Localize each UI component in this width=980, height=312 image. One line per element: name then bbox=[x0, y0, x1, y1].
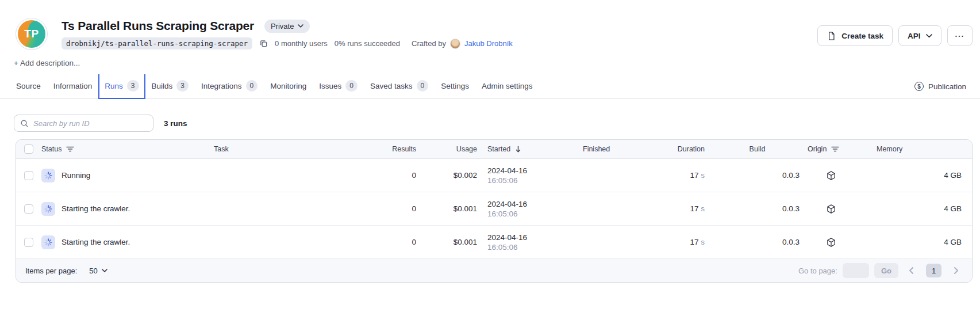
tab-bar: Source Information Runs3 Builds3 Integra… bbox=[0, 74, 980, 99]
run-duration: 17 s bbox=[669, 171, 709, 180]
run-started-date: 2024-04-16 bbox=[487, 166, 583, 175]
search-input[interactable] bbox=[33, 119, 147, 128]
run-usage: $0.002 bbox=[421, 171, 482, 180]
tab-integrations-count-badge: 0 bbox=[246, 80, 258, 92]
run-memory: 4 GB bbox=[857, 171, 972, 180]
actor-logo-initials: TP bbox=[18, 20, 45, 48]
run-status-label: Starting the crawler. bbox=[62, 204, 130, 213]
run-usage: $0.001 bbox=[421, 204, 482, 213]
document-icon bbox=[827, 31, 836, 41]
visibility-badge[interactable]: Private bbox=[264, 20, 310, 33]
column-header-origin: Origin bbox=[808, 145, 827, 153]
table-footer: Items per page: 50 Go to page: Go 1 bbox=[16, 259, 972, 282]
running-spinner-icon bbox=[41, 202, 55, 216]
run-results: 0 bbox=[340, 238, 421, 246]
api-button[interactable]: API bbox=[898, 25, 941, 46]
origin-cube-icon bbox=[805, 204, 857, 214]
author-link[interactable]: Jakub Drobník bbox=[464, 39, 513, 48]
column-header-started: Started bbox=[487, 145, 510, 153]
next-page-button[interactable] bbox=[948, 263, 964, 278]
column-header-status: Status bbox=[41, 145, 62, 153]
chevron-down-icon bbox=[298, 24, 303, 28]
run-build: 0.0.3 bbox=[709, 171, 805, 180]
runs-succeeded-stat: 0% runs succeeded bbox=[335, 39, 400, 48]
column-header-duration: Duration bbox=[669, 145, 709, 153]
run-started-time: 16:05:06 bbox=[487, 176, 583, 185]
column-header-usage: Usage bbox=[421, 145, 482, 153]
go-button[interactable]: Go bbox=[874, 263, 898, 278]
items-per-page-select[interactable]: 50 bbox=[89, 267, 107, 275]
row-checkbox[interactable] bbox=[24, 171, 33, 180]
tab-issues[interactable]: Issues0 bbox=[313, 74, 364, 99]
header-actions: Create task API ··· bbox=[817, 25, 973, 46]
table-row[interactable]: Starting the crawler. 0 $0.001 2024-04-1… bbox=[16, 226, 972, 259]
previous-page-button[interactable] bbox=[904, 263, 920, 278]
monthly-users-stat: 0 monthly users bbox=[275, 39, 328, 48]
run-status-label: Starting the crawler. bbox=[62, 238, 130, 246]
tab-saved-tasks-count-badge: 0 bbox=[417, 80, 429, 92]
run-duration: 17 s bbox=[669, 204, 709, 213]
origin-cube-icon bbox=[805, 170, 857, 181]
column-header-results: Results bbox=[340, 145, 421, 153]
run-started-date: 2024-04-16 bbox=[487, 233, 583, 242]
tab-source[interactable]: Source bbox=[10, 74, 47, 99]
run-started-date: 2024-04-16 bbox=[487, 200, 583, 208]
run-results: 0 bbox=[340, 171, 421, 180]
author-avatar[interactable] bbox=[450, 39, 460, 49]
tab-runs-count-badge: 3 bbox=[127, 80, 139, 92]
chevron-left-icon bbox=[908, 267, 916, 275]
actor-header-main: Ts Parallel Runs Scraping Scraper Privat… bbox=[62, 18, 513, 50]
chevron-right-icon bbox=[952, 267, 960, 275]
run-memory: 4 GB bbox=[857, 238, 972, 246]
search-box bbox=[14, 115, 153, 132]
runs-toolbar: 3 runs bbox=[14, 115, 973, 132]
tab-monitoring[interactable]: Monitoring bbox=[264, 74, 313, 99]
publication-label: Publication bbox=[928, 82, 966, 91]
tab-integrations[interactable]: Integrations0 bbox=[195, 74, 264, 99]
filter-icon[interactable] bbox=[66, 146, 74, 153]
tab-saved-tasks[interactable]: Saved tasks0 bbox=[364, 74, 435, 99]
run-usage: $0.001 bbox=[421, 238, 482, 246]
filter-icon[interactable] bbox=[831, 146, 839, 153]
create-task-label: Create task bbox=[841, 32, 883, 40]
create-task-button[interactable]: Create task bbox=[817, 25, 893, 46]
run-duration: 17 s bbox=[669, 238, 709, 246]
table-row[interactable]: Starting the crawler. 0 $0.001 2024-04-1… bbox=[16, 192, 972, 226]
sort-desc-icon[interactable] bbox=[515, 146, 521, 153]
page-number-button[interactable]: 1 bbox=[926, 264, 941, 277]
add-description-link[interactable]: + Add description... bbox=[14, 59, 980, 67]
row-checkbox[interactable] bbox=[24, 238, 33, 247]
column-header-task: Task bbox=[214, 145, 340, 153]
runs-count: 3 runs bbox=[164, 119, 187, 128]
go-to-page-input[interactable] bbox=[843, 263, 869, 278]
column-header-memory: Memory bbox=[857, 145, 972, 153]
crafted-by: Crafted by Jakub Drobník bbox=[412, 39, 513, 49]
runs-table: Status Task Results Usage Started Finish… bbox=[16, 139, 973, 283]
more-actions-button[interactable]: ··· bbox=[947, 25, 973, 46]
actor-header: TP Ts Parallel Runs Scraping Scraper Pri… bbox=[16, 18, 973, 50]
tab-runs[interactable]: Runs3 bbox=[98, 74, 145, 99]
tab-admin-settings[interactable]: Admin settings bbox=[475, 74, 539, 99]
run-build: 0.0.3 bbox=[709, 204, 805, 213]
visibility-badge-label: Private bbox=[271, 22, 294, 31]
copy-icon[interactable] bbox=[259, 39, 268, 48]
running-spinner-icon bbox=[41, 169, 55, 182]
row-checkbox[interactable] bbox=[24, 204, 33, 214]
table-row[interactable]: Running 0 $0.002 2024-04-16 16:05:06 17 … bbox=[16, 159, 972, 192]
column-header-finished: Finished bbox=[583, 145, 669, 153]
chevron-down-icon bbox=[926, 34, 932, 38]
select-all-checkbox[interactable] bbox=[24, 144, 33, 154]
tab-information[interactable]: Information bbox=[47, 74, 99, 99]
publication-link[interactable]: $ Publication bbox=[910, 74, 971, 98]
run-memory: 4 GB bbox=[857, 204, 972, 213]
items-per-page-label: Items per page: bbox=[25, 267, 77, 275]
tab-builds-count-badge: 3 bbox=[176, 80, 189, 92]
actor-detail-page: TP Ts Parallel Runs Scraping Scraper Pri… bbox=[0, 0, 980, 312]
run-build: 0.0.3 bbox=[709, 238, 805, 246]
tab-settings[interactable]: Settings bbox=[435, 74, 475, 99]
run-status-label: Running bbox=[62, 171, 90, 180]
tab-issues-count-badge: 0 bbox=[345, 80, 358, 92]
tab-builds[interactable]: Builds3 bbox=[145, 74, 195, 99]
dollar-circle-icon: $ bbox=[914, 82, 924, 91]
go-to-page-label: Go to page: bbox=[798, 267, 837, 275]
